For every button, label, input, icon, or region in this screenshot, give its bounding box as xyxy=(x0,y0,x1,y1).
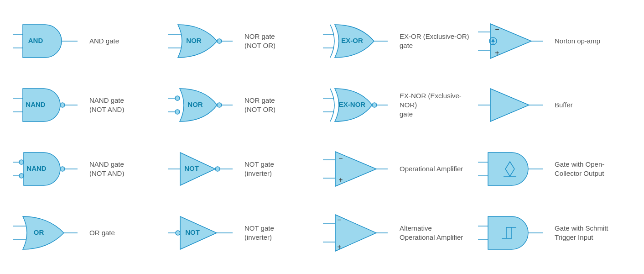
gate-description: NOT gate(inverter) xyxy=(244,224,274,242)
gate-cell-xnor: EX-NOREX-NOR (Exclusive-NOR)gate xyxy=(319,73,474,137)
gate-description: NOR gate(NOT OR) xyxy=(244,96,275,115)
gate-cell-or: OROR gate xyxy=(9,201,164,265)
gate-cell-nand: NANDNAND gate(NOT AND) xyxy=(9,73,164,137)
gate-description: Gate with SchmittTrigger Input xyxy=(555,224,608,242)
gate-description: EX-OR (Exclusive-OR)gate xyxy=(400,32,469,51)
gate-description: NAND gate(NOT AND) xyxy=(89,96,124,115)
gate-cell-buffer: Buffer xyxy=(474,73,629,137)
gate-symbol-buffer xyxy=(474,82,547,128)
gate-cell-opamp: −+Operational Amplifier xyxy=(319,137,474,201)
gate-description: NAND gate(NOT AND) xyxy=(89,160,124,179)
gate-symbol-not-ibub: NOT xyxy=(164,210,237,256)
gate-symbol-xor: EX-OR xyxy=(319,18,392,64)
gate-symbol-nand: NAND xyxy=(9,82,82,128)
gate-symbol-or: OR xyxy=(9,210,82,256)
gate-cell-nor: NORNOR gate(NOT OR) xyxy=(164,9,319,73)
svg-text:+: + xyxy=(337,243,341,251)
gate-symbol-opamp: −+ xyxy=(319,146,392,192)
svg-point-34 xyxy=(372,103,377,107)
svg-text:−: − xyxy=(495,26,499,33)
gate-cell-norton: −+Norton op-amp xyxy=(474,9,629,73)
logic-gate-grid: ANDAND gateNORNOR gate(NOT OR)EX-OREX-OR… xyxy=(9,9,635,265)
gate-cell-nand-ibub: NANDNAND gate(NOT AND) xyxy=(9,137,164,201)
svg-text:−: − xyxy=(337,216,341,224)
svg-point-42 xyxy=(19,174,24,178)
svg-point-47 xyxy=(215,167,220,171)
svg-text:NAND: NAND xyxy=(26,100,45,108)
gate-cell-opamp-alt: −+AlternativeOperational Amplifier xyxy=(319,201,474,265)
gate-cell-opencoll: Gate with Open-Collector Output xyxy=(474,137,629,201)
svg-point-26 xyxy=(175,96,180,100)
svg-text:AND: AND xyxy=(28,37,43,44)
gate-symbol-nor-ibub: NOR xyxy=(164,82,237,128)
gate-description: NOR gate(NOT OR) xyxy=(244,32,275,51)
gate-cell-nor-ibub: NORNOR gate(NOT OR) xyxy=(164,73,319,137)
gate-description: Norton op-amp xyxy=(555,37,600,46)
gate-description: Gate with Open-Collector Output xyxy=(555,160,604,179)
gate-cell-schmitt: Gate with SchmittTrigger Input xyxy=(474,201,629,265)
gate-symbol-and: AND xyxy=(9,18,82,64)
gate-description: Operational Amplifier xyxy=(400,164,463,174)
gate-symbol-opencoll xyxy=(474,146,547,192)
gate-symbol-norton: −+ xyxy=(474,18,547,64)
gate-cell-xor: EX-OREX-OR (Exclusive-OR)gate xyxy=(319,9,474,73)
svg-point-6 xyxy=(217,39,222,43)
svg-text:+: + xyxy=(495,49,499,57)
gate-symbol-xnor: EX-NOR xyxy=(319,82,392,128)
svg-text:NOR: NOR xyxy=(187,100,203,108)
svg-text:EX-NOR: EX-NOR xyxy=(339,100,366,108)
gate-cell-and: ANDAND gate xyxy=(9,9,164,73)
svg-point-43 xyxy=(60,167,65,171)
gate-description: OR gate xyxy=(89,228,115,237)
gate-symbol-nor: NOR xyxy=(164,18,237,64)
svg-text:OR: OR xyxy=(34,228,44,236)
gate-symbol-schmitt xyxy=(474,210,547,256)
gate-cell-not: NOTNOT gate(inverter) xyxy=(164,137,319,201)
svg-text:NOT: NOT xyxy=(184,164,199,172)
gate-description: AND gate xyxy=(89,37,119,46)
gate-cell-not-ibub: NOTNOT gate(inverter) xyxy=(164,201,319,265)
svg-point-28 xyxy=(175,110,180,114)
gate-description: AlternativeOperational Amplifier xyxy=(400,224,463,242)
svg-text:NOT: NOT xyxy=(185,228,200,236)
gate-symbol-not: NOT xyxy=(164,146,237,192)
svg-point-22 xyxy=(60,103,65,107)
gate-description: NOT gate(inverter) xyxy=(244,160,274,179)
svg-point-64 xyxy=(176,231,180,235)
svg-text:+: + xyxy=(338,176,343,184)
svg-text:NAND: NAND xyxy=(26,164,46,172)
svg-point-40 xyxy=(19,160,24,164)
gate-description: Buffer xyxy=(555,100,573,110)
svg-text:NOR: NOR xyxy=(186,37,202,44)
gate-description: EX-NOR (Exclusive-NOR)gate xyxy=(400,91,473,119)
gate-symbol-opamp-alt: −+ xyxy=(319,210,392,256)
svg-point-29 xyxy=(217,103,222,107)
gate-symbol-nand-ibub: NAND xyxy=(9,146,82,192)
svg-text:−: − xyxy=(338,154,343,162)
svg-text:EX-OR: EX-OR xyxy=(341,37,363,44)
